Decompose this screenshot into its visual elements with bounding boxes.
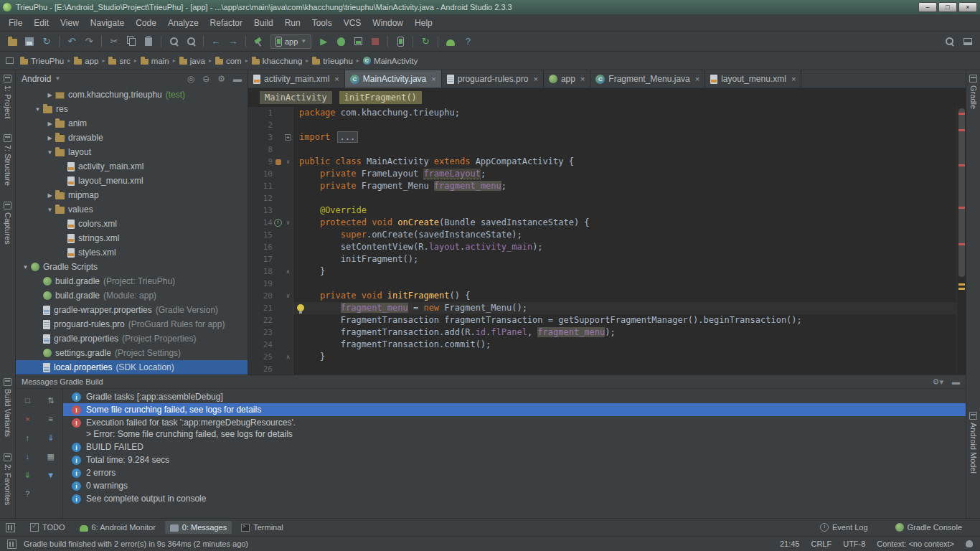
class-gutter-icon[interactable] bbox=[273, 156, 283, 168]
breadcrumb-item-java[interactable]: java bbox=[179, 57, 205, 65]
fold-marker-icon[interactable]: ∨ bbox=[283, 156, 293, 168]
expand-arrow-icon[interactable]: ▶ bbox=[44, 121, 55, 127]
breadcrumb-method-chip[interactable]: initFragment() bbox=[339, 91, 422, 104]
message-row[interactable]: i0 warnings bbox=[63, 479, 966, 492]
sync-gradle-button[interactable]: ↻ bbox=[418, 34, 433, 50]
tree-item-activity-main-xml[interactable]: activity_main.xml bbox=[16, 159, 248, 174]
menu-item-help[interactable]: Help bbox=[409, 16, 438, 30]
breadcrumb-item-trieuphu[interactable]: trieuphu bbox=[312, 57, 353, 65]
fold-marker-icon[interactable]: ∧ bbox=[283, 351, 293, 363]
close-tab-icon[interactable]: × bbox=[334, 75, 339, 83]
intention-bulb-icon[interactable] bbox=[297, 304, 304, 311]
previous-message-icon[interactable]: ↑ bbox=[22, 432, 33, 443]
editor-tab-activity-main-xml[interactable]: activity_main.xml× bbox=[248, 70, 345, 88]
soft-wrap-icon[interactable]: □ bbox=[22, 395, 33, 406]
tree-item-settings-gradle[interactable]: settings.gradle(Project Settings) bbox=[16, 346, 248, 360]
tree-item-mipmap[interactable]: ▶mipmap bbox=[16, 188, 248, 202]
editor-tab-fragment-menu-java[interactable]: CFragment_Menu.java× bbox=[590, 70, 705, 88]
encoding-indicator[interactable]: UTF-8 bbox=[843, 540, 865, 548]
tree-item-drawable[interactable]: ▶drawable bbox=[16, 131, 248, 145]
toolwindow-quick-access-icon[interactable] bbox=[6, 523, 15, 532]
breadcrumb-item-src[interactable]: src bbox=[108, 57, 130, 65]
toolwindow-button-captures[interactable]: Captures bbox=[4, 202, 12, 245]
toolwindow-button-structure[interactable]: 7: Structure bbox=[4, 134, 12, 186]
menu-item-navigate[interactable]: Navigate bbox=[85, 16, 130, 30]
tree-item-proguard-rules-pro[interactable]: proguard-rules.pro(ProGuard Rules for ap… bbox=[16, 317, 248, 331]
avd-manager-button[interactable] bbox=[392, 34, 408, 50]
help-button[interactable]: ? bbox=[460, 34, 476, 50]
export-icon[interactable]: ⇓ bbox=[45, 432, 57, 443]
fold-marker-icon[interactable]: ∨ bbox=[283, 217, 293, 229]
toolwindow-tab-terminal[interactable]: Terminal bbox=[236, 521, 288, 534]
breadcrumb-item-khacchung[interactable]: khacchung bbox=[252, 57, 303, 65]
breadcrumb-item-app[interactable]: app bbox=[74, 57, 98, 65]
run-button[interactable]: ▶ bbox=[316, 34, 331, 50]
editor-tab-proguard-rules-pro[interactable]: proguard-rules.pro× bbox=[442, 70, 544, 88]
hide-panel-icon[interactable]: ▬ bbox=[233, 74, 242, 84]
tree-item-gradle-scripts[interactable]: ▼Gradle Scripts bbox=[16, 260, 248, 274]
collapse-arrow-icon[interactable]: ▼ bbox=[44, 207, 55, 213]
fold-marker-icon[interactable]: ∧ bbox=[283, 265, 293, 278]
synchronize-button[interactable]: ↻ bbox=[39, 34, 55, 50]
breadcrumb-class-chip[interactable]: MainActivity bbox=[260, 91, 332, 104]
settings-gear-icon[interactable]: ⚙ bbox=[217, 74, 225, 84]
close-tab-icon[interactable]: × bbox=[695, 75, 699, 83]
editor-tab-app[interactable]: app× bbox=[544, 70, 590, 88]
minimize-button[interactable]: – bbox=[918, 2, 937, 12]
code-editor[interactable]: 1package com.khacchung.trieuphu;23+impor… bbox=[248, 107, 966, 375]
close-button[interactable]: × bbox=[958, 2, 977, 12]
close-tab-icon[interactable]: × bbox=[791, 75, 796, 83]
find-button[interactable] bbox=[166, 34, 182, 50]
back-button[interactable]: ← bbox=[208, 34, 224, 50]
expand-arrow-icon[interactable]: ▶ bbox=[44, 92, 55, 98]
message-row[interactable]: iBUILD FAILED bbox=[63, 441, 966, 453]
run-configuration-select[interactable]: app ▼ bbox=[270, 34, 311, 49]
collapse-arrow-icon[interactable]: ▼ bbox=[44, 149, 55, 156]
help-icon[interactable]: ? bbox=[22, 488, 33, 499]
message-row[interactable]: i2 errors bbox=[63, 466, 966, 479]
project-view-selector[interactable]: Android ▼ bbox=[22, 74, 60, 84]
menu-item-window[interactable]: Window bbox=[367, 16, 409, 30]
tree-item-gradle-wrapper-properties[interactable]: gradle-wrapper.properties(Gradle Version… bbox=[16, 303, 248, 317]
breadcrumb-item-trieuphu[interactable]: TrieuPhu bbox=[20, 57, 64, 65]
tree-item-build-gradle[interactable]: build.gradle(Module: app) bbox=[16, 288, 248, 303]
toolwindow-tab-gradle-console[interactable]: Gradle Console bbox=[890, 521, 967, 534]
sdk-manager-button[interactable] bbox=[443, 34, 458, 50]
menu-item-view[interactable]: View bbox=[55, 16, 85, 30]
override-gutter-icon[interactable] bbox=[273, 217, 283, 229]
tree-item-build-gradle[interactable]: build.gradle(Project: TrieuPhu) bbox=[16, 274, 248, 288]
paste-button[interactable] bbox=[141, 34, 156, 50]
collapse-arrow-icon[interactable]: ▼ bbox=[20, 264, 31, 270]
editor-scrollbar[interactable] bbox=[956, 107, 966, 375]
tree-item-values[interactable]: ▼values bbox=[16, 202, 248, 217]
debug-button[interactable] bbox=[333, 34, 349, 50]
fold-marker-icon[interactable]: + bbox=[285, 134, 291, 141]
make-project-button[interactable] bbox=[250, 34, 266, 50]
toolwindow-button-gradle[interactable]: Gradle bbox=[969, 75, 978, 109]
tree-item-res[interactable]: ▼res bbox=[16, 102, 248, 116]
save-all-button[interactable] bbox=[22, 34, 37, 50]
message-row[interactable]: iTotal time: 9.284 secs bbox=[63, 453, 966, 466]
next-message-icon[interactable]: ↓ bbox=[22, 451, 33, 462]
line-separator-indicator[interactable]: CRLF bbox=[811, 540, 831, 548]
message-row[interactable]: !Some file crunching failed, see logs fo… bbox=[63, 403, 966, 416]
collapse-all-icon[interactable]: ⊖ bbox=[202, 74, 209, 84]
editor-tab-layout-menu-xml[interactable]: layout_menu.xml× bbox=[705, 70, 801, 88]
hide-messages-icon[interactable]: ▬ bbox=[952, 377, 960, 387]
filter-icon[interactable]: ▼ bbox=[45, 469, 57, 481]
highlighting-level-icon[interactable] bbox=[966, 540, 973, 547]
fold-marker-icon[interactable]: ∨ bbox=[283, 290, 293, 302]
toolwindow-tab-event-log[interactable]: Event Log bbox=[815, 521, 873, 534]
open-file-button[interactable] bbox=[4, 34, 20, 50]
settings-icon[interactable]: ≡ bbox=[45, 413, 57, 425]
toolwindow-layout-button[interactable] bbox=[960, 34, 976, 50]
replace-button[interactable] bbox=[183, 34, 199, 50]
collapse-arrow-icon[interactable]: ▼ bbox=[32, 106, 43, 113]
forward-button[interactable]: → bbox=[225, 34, 241, 50]
close-tab-icon[interactable]: × bbox=[431, 75, 435, 83]
toolwindow-button-android-model[interactable]: Android Model bbox=[969, 412, 978, 474]
expand-arrow-icon[interactable]: ▶ bbox=[44, 135, 55, 141]
editor-tab-mainactivity-java[interactable]: CMainActivity.java× bbox=[345, 70, 442, 88]
toolwindow-tab-6-android-monitor[interactable]: 6: Android Monitor bbox=[75, 521, 161, 534]
expand-arrow-icon[interactable]: ▶ bbox=[44, 192, 55, 199]
